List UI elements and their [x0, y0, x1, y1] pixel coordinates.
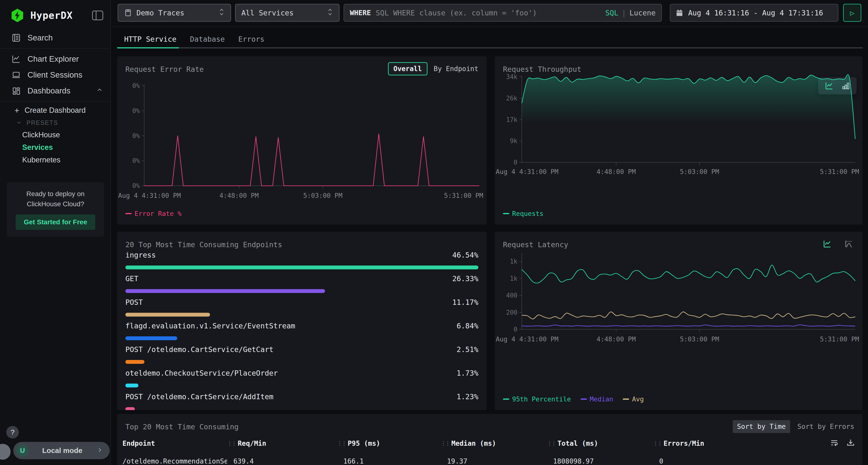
table-row[interactable]: /oteldemo.RecommendationServ 639.4 166.1… — [117, 455, 831, 465]
by-endpoint-button[interactable]: By Endpoint — [434, 65, 478, 73]
column-endpoint[interactable]: Endpoint — [123, 439, 227, 447]
chart-explorer-icon — [11, 55, 21, 64]
svg-text:0%: 0% — [132, 82, 140, 89]
endpoint-row[interactable]: POST /oteldemo.CartService/AddItem1.23% — [125, 392, 478, 410]
endpoint-row[interactable]: flagd.evaluation.v1.Service/EventStream6… — [125, 321, 478, 340]
svg-text:5:03:00 PM: 5:03:00 PM — [303, 192, 343, 199]
search-icon — [11, 33, 21, 42]
chevron-right-icon — [96, 446, 103, 455]
endpoint-row[interactable]: oteldemo.CheckoutService/PlaceOrder1.73% — [125, 368, 478, 388]
legend-avg: Avg — [623, 395, 644, 403]
sidebar-item-services[interactable]: Services — [0, 141, 111, 154]
panel-title: 20 Top Most Time Consuming Endpoints — [125, 240, 282, 249]
drag-handle-icon: ⋮⋮ — [653, 440, 661, 446]
line-chart-icon[interactable] — [823, 239, 832, 248]
endpoint-bar — [125, 360, 145, 364]
tab-database[interactable]: Database — [190, 32, 225, 46]
where-search-box: WHERE SQL | Lucene — [344, 4, 662, 22]
sql-mode-toggle[interactable]: SQL — [605, 9, 618, 17]
endpoint-bar — [125, 313, 210, 317]
column-median[interactable]: ⋮⋮Median (ms) — [441, 439, 547, 447]
endpoint-bar — [125, 266, 478, 269]
presets-toggle[interactable]: PRESETS — [0, 117, 111, 129]
cell-endpoint: /oteldemo.RecommendationServ — [123, 457, 227, 465]
topbar: Demo Traces All Services WHERE SQL | Luc… — [111, 0, 868, 27]
dashboard-content: HTTP Service Database Errors Request Err… — [111, 27, 868, 465]
divider — [0, 48, 111, 49]
endpoint-row[interactable]: GET26.33% — [125, 274, 478, 293]
tab-http-service[interactable]: HTTP Service — [124, 32, 177, 46]
svg-text:4:48:00 PM: 4:48:00 PM — [596, 335, 636, 343]
overall-button[interactable]: Overall — [388, 62, 428, 75]
sidebar: HyperDX Search Chart Explorer — [0, 0, 111, 465]
avatar: U — [16, 444, 29, 457]
local-mode-menu[interactable]: U Local mode — [13, 442, 110, 459]
svg-text:Aug 4 4:31:00 PM: Aug 4 4:31:00 PM — [496, 335, 558, 343]
sidebar-item-chart-explorer[interactable]: Chart Explorer — [0, 51, 111, 67]
where-label: WHERE — [350, 9, 371, 17]
cell-median: 19.37 — [441, 457, 547, 465]
sidebar-item-search[interactable]: Search — [0, 30, 111, 46]
sidebar-collapse-icon[interactable] — [92, 10, 103, 20]
help-button[interactable]: ? — [6, 426, 19, 438]
panel-top-endpoints: 20 Top Most Time Consuming Endpoints ing… — [117, 232, 487, 410]
endpoint-row[interactable]: POST11.17% — [125, 297, 478, 317]
drag-handle-icon: ⋮⋮ — [227, 440, 236, 446]
lucene-mode-toggle[interactable]: Lucene — [629, 9, 656, 17]
tab-underline-track — [117, 47, 863, 48]
get-started-button[interactable]: Get Started for Free — [16, 214, 95, 230]
run-query-button[interactable]: ▷ — [843, 4, 861, 22]
source-select-value: Demo Traces — [136, 9, 184, 17]
svg-text:4:48:00 PM: 4:48:00 PM — [219, 192, 259, 199]
column-req-min[interactable]: ⋮⋮Req/Min — [227, 439, 337, 447]
local-mode-label: Local mode — [42, 446, 96, 455]
svg-text:200: 200 — [506, 309, 518, 316]
clickhouse-cloud-promo: Ready to deploy on ClickHouse Cloud? Get… — [7, 182, 104, 237]
cell-errors-min: 0 — [653, 457, 831, 465]
endpoint-bar — [125, 336, 177, 340]
svg-text:17k: 17k — [506, 116, 518, 123]
panel-title: Request Latency — [503, 240, 568, 249]
column-p95[interactable]: ⋮⋮P95 (ms) — [337, 439, 441, 447]
database-icon — [124, 9, 132, 17]
search-input[interactable] — [376, 9, 605, 17]
endpoint-row[interactable]: ingress46.54% — [125, 250, 478, 269]
svg-text:5:03:00 PM: 5:03:00 PM — [680, 168, 719, 175]
svg-text:34k: 34k — [506, 73, 518, 80]
date-range-picker[interactable]: Aug 4 16:31:16 - Aug 4 17:31:16 — [670, 4, 838, 22]
chevron-down-icon — [16, 120, 22, 126]
sidebar-item-label: Search — [28, 33, 53, 42]
cell-total: 1808098.97 — [547, 457, 653, 465]
column-total[interactable]: ⋮⋮Total (ms) — [547, 439, 653, 447]
sidebar-item-kubernetes[interactable]: Kubernetes — [0, 154, 111, 166]
create-dashboard-button[interactable]: + Create Dashboard — [0, 104, 111, 117]
throughput-chart: 09k17k26k34kAug 4 4:31:00 PM4:48:00 PM5:… — [495, 71, 863, 187]
legend-error-rate: Error Rate % — [125, 210, 182, 217]
dashboard-tabs: HTTP Service Database Errors — [124, 32, 265, 46]
promo-text: Ready to deploy on — [12, 189, 98, 199]
endpoint-bar — [125, 384, 138, 388]
source-select[interactable]: Demo Traces — [118, 4, 231, 22]
download-icon[interactable] — [846, 438, 855, 447]
table-header: Endpoint ⋮⋮Req/Min ⋮⋮P95 (ms) ⋮⋮Median (… — [117, 437, 831, 450]
latency-chart: 02004001k1kAug 4 4:31:00 PM4:48:00 PM5:0… — [495, 248, 863, 352]
sidebar-item-clickhouse[interactable]: ClickHouse — [0, 129, 111, 141]
panel-request-latency: Request Latency 02004001k1kAug 4 4:31:00… — [495, 232, 863, 410]
app-title: HyperDX — [30, 10, 92, 21]
panel-title: Top 20 Most Time Consuming — [125, 423, 239, 431]
endpoint-row[interactable]: POST /oteldemo.CartService/GetCart2.51% — [125, 344, 478, 364]
panel-request-error-rate: Request Error Rate Overall By Endpoint 0… — [117, 56, 487, 225]
tab-errors[interactable]: Errors — [238, 32, 264, 46]
column-errors-min[interactable]: ⋮⋮Errors/Min — [653, 439, 831, 447]
wrap-lines-icon[interactable] — [830, 438, 839, 447]
service-select[interactable]: All Services — [235, 4, 340, 22]
sort-by-errors-button[interactable]: Sort by Errors — [797, 423, 854, 431]
panel-top-time-table: Top 20 Most Time Consuming Sort by Time … — [117, 414, 863, 465]
chevron-up-icon — [96, 86, 103, 95]
sidebar-item-dashboards[interactable]: Dashboards — [0, 83, 111, 99]
endpoint-bar — [125, 289, 325, 293]
histogram-icon[interactable] — [844, 239, 854, 248]
svg-text:0%: 0% — [132, 157, 140, 164]
sidebar-item-client-sessions[interactable]: Client Sessions — [0, 67, 111, 83]
sort-by-time-button[interactable]: Sort by Time — [733, 420, 790, 433]
